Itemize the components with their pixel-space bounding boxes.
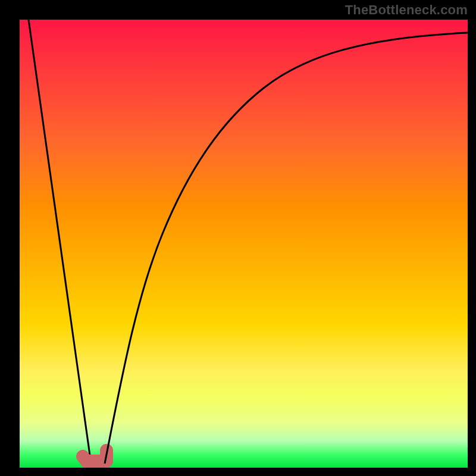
bottom-marker <box>83 450 107 461</box>
watermark-text: TheBottleneck.com <box>345 4 468 17</box>
chart-frame: TheBottleneck.com <box>0 0 476 476</box>
chart-overlay <box>20 20 468 468</box>
curve-left-descent <box>29 20 91 464</box>
curve-right-rise <box>105 33 468 464</box>
